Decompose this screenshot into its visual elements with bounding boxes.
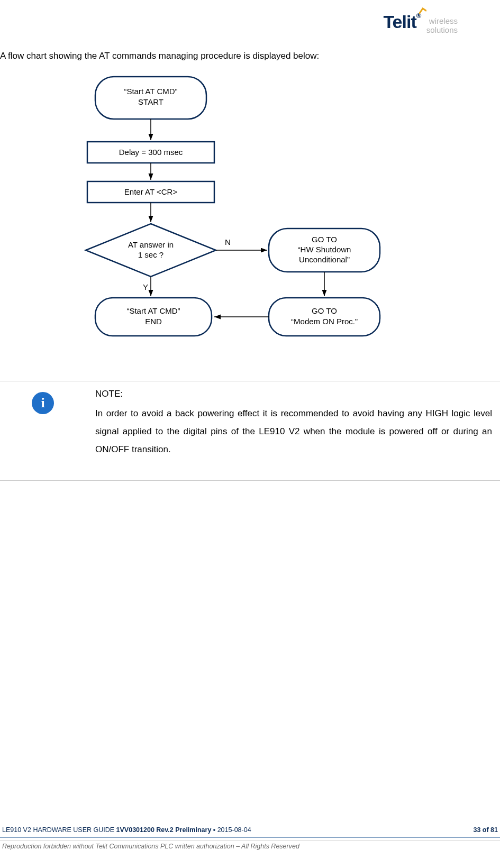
brand-sub2: solutions (426, 25, 458, 34)
svg-text:“Start AT CMD”: “Start AT CMD” (126, 306, 180, 315)
node-hwshut: GO TO “HW Shutdown Unconditional” (269, 229, 380, 272)
footer: LE910 V2 HARDWARE USER GUIDE 1VV0301200 … (0, 826, 500, 850)
footer-copyright: Reproduction forbidden without Telit Com… (0, 843, 500, 850)
svg-text:AT answer in: AT answer in (128, 240, 174, 249)
label-y: Y (143, 282, 148, 291)
node-start: “Start AT CMD” START (95, 77, 206, 119)
brand-text: Telit (383, 12, 416, 32)
footer-left: LE910 V2 HARDWARE USER GUIDE 1VV0301200 … (2, 826, 251, 834)
brand-logo: Telit® wireless solutions (383, 12, 458, 34)
note-body: In order to avoid a back powering effect… (95, 405, 492, 459)
node-enter: Enter AT <CR> (87, 181, 214, 203)
svg-text:1 sec ?: 1 sec ? (138, 250, 163, 259)
divider (0, 837, 500, 838)
svg-text:“HW Shutdown: “HW Shutdown (298, 245, 351, 254)
note-title: NOTE: (95, 389, 492, 399)
svg-text:START: START (138, 97, 163, 106)
brand-name: Telit® (383, 12, 421, 32)
footer-doc-title: LE910 V2 HARDWARE USER GUIDE (2, 826, 116, 834)
intro-text: A flow chart showing the AT commands man… (0, 51, 319, 61)
note-block: i NOTE: In order to avoid a back powerin… (32, 389, 497, 459)
footer-doc-rev: 1VV0301200 Rev.2 Preliminary • (116, 826, 217, 834)
svg-text:Enter AT <CR>: Enter AT <CR> (124, 187, 178, 196)
divider (0, 480, 500, 481)
document-page: Telit® wireless solutions A flow chart s… (0, 0, 500, 868)
brand-subtitle: wireless solutions (426, 17, 458, 34)
accent-icon (419, 6, 426, 14)
svg-text:END: END (145, 317, 162, 326)
divider (0, 381, 500, 381)
svg-text:“Start AT CMD”: “Start AT CMD” (124, 87, 177, 96)
node-delay: Delay = 300 msec (87, 142, 214, 163)
divider (0, 840, 500, 840)
node-end: “Start AT CMD” END (95, 298, 212, 336)
svg-text:Delay = 300 msec: Delay = 300 msec (119, 148, 183, 157)
node-modemon: GO TO “Modem ON Proc.” (269, 298, 380, 336)
svg-text:GO TO: GO TO (312, 235, 337, 244)
footer-page-number: 33 of 81 (473, 826, 498, 834)
footer-doc-date: 2015-08-04 (217, 826, 251, 834)
node-decision: AT answer in 1 sec ? (86, 224, 216, 277)
flowchart: “Start AT CMD” START Delay = 300 msec En… (79, 74, 407, 370)
svg-text:GO TO: GO TO (312, 306, 337, 315)
svg-text:Unconditional”: Unconditional” (299, 255, 350, 264)
info-icon: i (32, 392, 54, 414)
label-n: N (225, 237, 231, 246)
svg-text:“Modem ON Proc.”: “Modem ON Proc.” (291, 317, 358, 326)
brand-sub1: wireless (429, 16, 458, 25)
